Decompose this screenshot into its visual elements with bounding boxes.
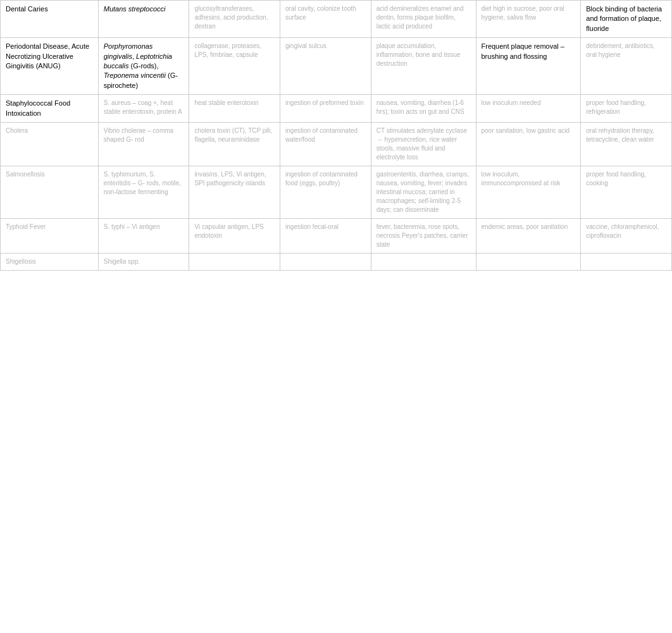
table-row: Periodontal Disease, Acute Necrotizing U…: [1, 38, 672, 95]
portal-text: oral cavity, colonize tooth surface: [285, 5, 356, 21]
disease-cell: Dental Caries: [1, 1, 99, 38]
host-text: low inoculum, immunocompromised at risk: [482, 171, 561, 187]
disease-name: Salmonellosis: [6, 171, 45, 178]
host-cell: diet high in sucrose, poor oral hygiene,…: [476, 1, 581, 38]
organism-cell: Vibrio cholerae – comma shaped G- rod: [98, 122, 189, 166]
table-row: Cholera Vibrio cholerae – comma shaped G…: [1, 122, 672, 166]
portal-text: ingestion of preformed toxin: [285, 99, 363, 106]
disease-name: Cholera: [6, 127, 28, 134]
pathogenesis-cell: fever, bacteremia, rose spots, necrosis …: [371, 218, 476, 253]
virulence-text: invasins, LPS, Vi antigen, SPI pathogeni…: [194, 171, 266, 187]
organism-text: Shigella spp.: [104, 258, 140, 265]
host-cell: low inoculum, immunocompromised at risk: [476, 166, 581, 218]
pathogenesis-cell: acid demineralizes enamel and dentin, fo…: [371, 1, 476, 38]
portal-cell: [280, 253, 371, 270]
portal-text: gingival sulcus: [285, 42, 327, 49]
prevention-text: oral rehydration therapy, tetracycline, …: [586, 127, 654, 143]
pathogenesis-text: nausea, vomiting, diarrhea (1-6 hrs); to…: [376, 99, 464, 115]
prevention-text: debridement, antibiotics, oral hygiene: [586, 42, 654, 58]
prevention-text: vaccine, chloramphenicol, ciprofloxacin: [586, 223, 659, 239]
prevention-text: Block binding of bacteria and formation …: [586, 5, 662, 32]
table-row: Salmonellosis S. typhimurium, S. enterit…: [1, 166, 672, 218]
virulence-cell: Vi capsular antigen, LPS endotoxin: [189, 218, 280, 253]
pathogenesis-cell: plaque accumulation, inflammation, bone …: [371, 38, 476, 95]
organism-cell: S. typhimurium, S. enteritidis – G- rods…: [98, 166, 189, 218]
virulence-text: cholera toxin (CT), TCP pili, flagella, …: [194, 127, 271, 143]
portal-cell: gingival sulcus: [280, 38, 371, 95]
disease-cell: Shigellosis: [1, 253, 99, 270]
prevention-text: proper food handling, cooking: [586, 171, 646, 187]
host-cell: [476, 253, 581, 270]
organism-cell: S. typhi – Vi antigen: [98, 218, 189, 253]
pathogenesis-text: CT stimulates adenylate cyclase → hypers…: [376, 127, 467, 161]
organism-italic3: Treponema vincentii: [104, 71, 166, 79]
pathogenesis-text: gastroenteritis, diarrhea, cramps, nause…: [376, 171, 469, 213]
disease-cell: Periodontal Disease, Acute Necrotizing U…: [1, 38, 99, 95]
table-row: Dental Caries Mutans streptococci glucos…: [1, 1, 672, 38]
organism-cell: S. aureus – coag +, heat stable enteroto…: [98, 95, 189, 123]
prevention-cell: vaccine, chloramphenicol, ciprofloxacin: [581, 218, 672, 253]
host-cell: endemic areas, poor sanitation: [476, 218, 581, 253]
host-text: diet high in sucrose, poor oral hygiene,…: [482, 5, 564, 21]
organism-cell: Porphyromonas gingivalis, Leptotrichia b…: [98, 38, 189, 95]
organism-text: Vibrio cholerae – comma shaped G- rod: [104, 127, 173, 143]
virulence-cell: [189, 253, 280, 270]
portal-text: ingestion fecal-oral: [285, 223, 339, 230]
disease-cell: Typhoid Fever: [1, 218, 99, 253]
prevention-cell: proper food handling, cooking: [581, 166, 672, 218]
host-cell: Frequent plaque removal – brushing and f…: [476, 38, 581, 95]
virulence-cell: glucosyltransferases, adhesins, acid pro…: [189, 1, 280, 38]
prevention-cell: oral rehydration therapy, tetracycline, …: [581, 122, 672, 166]
disease-name: Dental Caries: [6, 5, 48, 13]
prevention-cell: [581, 253, 672, 270]
table-row: Shigellosis Shigella spp.: [1, 253, 672, 270]
pathogenesis-text: fever, bacteremia, rose spots, necrosis …: [376, 223, 468, 248]
pathogenesis-cell: gastroenteritis, diarrhea, cramps, nause…: [371, 166, 476, 218]
host-text: low inoculum needed: [482, 99, 541, 106]
portal-text: ingestion of contaminated water/food: [285, 127, 358, 143]
host-text: Frequent plaque removal – brushing and f…: [482, 42, 564, 59]
disease-cell: Staphylococcal Food Intoxication: [1, 95, 99, 123]
portal-cell: ingestion of contaminated water/food: [280, 122, 371, 166]
virulence-text: glucosyltransferases, adhesins, acid pro…: [194, 5, 268, 30]
portal-cell: ingestion of contaminated food (eggs, po…: [280, 166, 371, 218]
table-row: Staphylococcal Food Intoxication S. aure…: [1, 95, 672, 123]
virulence-cell: invasins, LPS, Vi antigen, SPI pathogeni…: [189, 166, 280, 218]
virulence-cell: cholera toxin (CT), TCP pili, flagella, …: [189, 122, 280, 166]
organism-cell: Mutans streptococci: [98, 1, 189, 38]
prevention-cell: debridement, antibiotics, oral hygiene: [581, 38, 672, 95]
organism-name: Mutans streptococci: [104, 5, 166, 13]
virulence-text: heat stable enterotoxin: [194, 99, 258, 106]
portal-cell: oral cavity, colonize tooth surface: [280, 1, 371, 38]
virulence-text: Vi capsular antigen, LPS endotoxin: [194, 223, 263, 239]
pathogenesis-text: acid demineralizes enamel and dentin, fo…: [376, 5, 464, 30]
disease-cell: Cholera: [1, 122, 99, 166]
organism-text: S. typhi – Vi antigen: [104, 223, 160, 230]
virulence-text: collagenase, proteases, LPS, fimbriae, c…: [194, 42, 261, 58]
portal-cell: ingestion of preformed toxin: [280, 95, 371, 123]
host-cell: low inoculum needed: [476, 95, 581, 123]
virulence-cell: collagenase, proteases, LPS, fimbriae, c…: [189, 38, 280, 95]
disease-table: Dental Caries Mutans streptococci glucos…: [0, 0, 672, 271]
prevention-text: proper food handling, refrigeration: [586, 99, 646, 115]
virulence-cell: heat stable enterotoxin: [189, 95, 280, 123]
prevention-cell: Block binding of bacteria and formation …: [581, 1, 672, 38]
pathogenesis-text: plaque accumulation, inflammation, bone …: [376, 42, 461, 67]
table-row: Typhoid Fever S. typhi – Vi antigen Vi c…: [1, 218, 672, 253]
pathogenesis-cell: [371, 253, 476, 270]
host-cell: poor sanitation, low gastric acid: [476, 122, 581, 166]
disease-name: Periodontal Disease, Acute Necrotizing U…: [6, 42, 89, 70]
organism-text: S. aureus – coag +, heat stable enteroto…: [104, 99, 182, 115]
pathogenesis-cell: nausea, vomiting, diarrhea (1-6 hrs); to…: [371, 95, 476, 123]
disease-name: Typhoid Fever: [6, 223, 46, 230]
disease-name: Staphylococcal Food Intoxication: [6, 99, 70, 116]
host-text: poor sanitation, low gastric acid: [482, 127, 570, 134]
pathogenesis-cell: CT stimulates adenylate cyclase → hypers…: [371, 122, 476, 166]
organism-text: S. typhimurium, S. enteritidis – G- rods…: [104, 171, 181, 195]
portal-cell: ingestion fecal-oral: [280, 218, 371, 253]
portal-text: ingestion of contaminated food (eggs, po…: [285, 171, 358, 187]
organism-cell: Shigella spp.: [98, 253, 189, 270]
disease-name: Shigellosis: [6, 258, 36, 265]
prevention-cell: proper food handling, refrigeration: [581, 95, 672, 123]
host-text: endemic areas, poor sanitation: [482, 223, 568, 230]
